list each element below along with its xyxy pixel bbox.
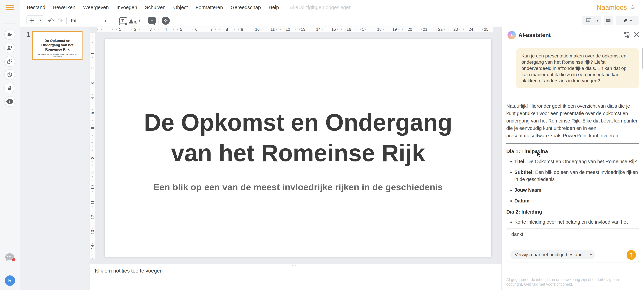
slide-number: 1 (26, 31, 30, 38)
insert-textbox-button[interactable]: T (120, 17, 126, 24)
thumbnail-subtitle: Een blik op een van de meest invloedrijk… (33, 54, 82, 57)
user-avatar[interactable]: R (5, 275, 15, 286)
hruler-number: 25 (483, 27, 489, 32)
menu-item-formatteren[interactable]: Formatteren (196, 5, 223, 10)
zoom-caret-icon[interactable]: ▾ (104, 15, 106, 27)
history-button[interactable] (4, 69, 15, 80)
hruler-number: 19 (392, 27, 398, 32)
ai-chat-history[interactable]: Kun je een presentatie maken over de opk… (502, 43, 644, 228)
slide-subtitle[interactable]: Een blik op een van de meest invloedrijk… (105, 182, 492, 192)
undo-button[interactable]: ↶ (48, 15, 54, 27)
vruler-number: 5 (90, 111, 95, 115)
hruler-number: 4 (164, 27, 168, 32)
document-title[interactable]: Naamloos (597, 4, 627, 11)
vruler-number: 4 (90, 96, 95, 100)
present-button[interactable]: ▾ (582, 16, 601, 25)
hruler-number: 3 (148, 27, 152, 32)
rotate-icon: ↻ (134, 20, 138, 26)
sparkle-icon (163, 18, 168, 23)
menu-item-invoegen[interactable]: Invoegen (116, 5, 137, 10)
hruler-number: 2 (133, 27, 137, 32)
slide-thumbnail-1[interactable]: De Opkomst en Ondergang van het Romeinse… (32, 31, 82, 60)
info-icon: i (6, 99, 13, 104)
hruler-number: 1 (118, 27, 122, 32)
redo-button[interactable]: ↷ (58, 15, 64, 27)
ai-bullet: Jouw Naam (514, 187, 639, 194)
ai-prompt-input[interactable]: dank! (511, 231, 604, 249)
zoom-select[interactable]: Fit (71, 15, 95, 27)
share-users-button[interactable] (4, 43, 15, 53)
notes-placeholder[interactable]: Klik om notities toe te voegen (95, 268, 163, 274)
toolbar-separator (158, 18, 158, 24)
presentation-play-icon (585, 18, 591, 24)
top-menu-bar: BestandBewerkenWeergevenInvoegenSchuiven… (20, 0, 644, 15)
assistant-message: Natuurlijk! Hieronder geef ik een overzi… (506, 102, 639, 139)
vruler-number: 3 (90, 81, 95, 86)
insert-shape-button[interactable]: ▲ ↻ (129, 17, 137, 25)
menu-item-bewerken[interactable]: Bewerken (53, 5, 75, 10)
ai-assistant-toolbar-button[interactable] (162, 17, 170, 25)
notes-view-button[interactable] (604, 16, 613, 25)
plus-icon: + (27, 16, 37, 25)
expand-arrows-icon (623, 18, 628, 24)
chat-scrollbar-thumb[interactable] (642, 48, 643, 69)
close-icon[interactable]: × (632, 29, 641, 40)
context-caret-icon[interactable]: ▾ (587, 253, 595, 257)
send-button[interactable]: ↑ (626, 250, 636, 260)
hruler-number: 9 (240, 27, 244, 32)
ai-input-box[interactable]: dank! Verwijs naar het huidige bestand ▾… (507, 228, 639, 262)
menu-item-schuiven[interactable]: Schuiven (145, 5, 166, 10)
horizontal-ruler[interactable]: 1234567891011121314151617181920212223242… (97, 27, 493, 32)
ai-panel-header: AI-assistent × (502, 27, 644, 43)
slide-title[interactable]: De Opkomst en Ondergang van het Romeinse… (105, 107, 492, 168)
vruler-number: 13 (90, 230, 95, 235)
context-reference-dropdown[interactable]: Verwijs naar het huidige bestand ▾ (510, 250, 595, 259)
vruler-number: 2 (90, 66, 95, 71)
vruler-number: 11 (90, 200, 95, 205)
slide-panel: 1 De Opkomst en Ondergang van het Romein… (20, 27, 90, 290)
tags-button[interactable] (4, 29, 15, 40)
menu-item-bestand[interactable]: Bestand (27, 5, 45, 10)
message-divider (506, 143, 639, 144)
link-button[interactable] (4, 56, 15, 67)
hruler-number: 12 (284, 27, 291, 32)
menu-item-help[interactable]: Help (268, 5, 279, 10)
hruler-number: 13 (300, 27, 306, 32)
add-slide-button[interactable]: + ▾ (26, 16, 44, 25)
hruler-number: 10 (254, 27, 260, 32)
hruler-number: 11 (270, 27, 276, 32)
slide-canvas[interactable]: De Opkomst en Ondergang van het Romeinse… (105, 39, 492, 257)
lock-button[interactable] (4, 83, 15, 93)
hamburger-menu-icon[interactable] (6, 5, 14, 11)
info-button[interactable]: i (4, 96, 15, 107)
hruler-number: 14 (315, 27, 322, 32)
feedback-chat-icon[interactable] (5, 253, 14, 260)
present-caret-icon[interactable]: ▾ (594, 16, 601, 25)
thumbnail-title: De Opkomst en Ondergang van het Romeinse… (33, 39, 82, 52)
ai-section-bullets: Korte inleiding over het belang en de in… (506, 218, 639, 225)
menu-item-weergeven[interactable]: Weergeven (83, 5, 109, 10)
textbox-t-icon: T (122, 18, 124, 23)
add-comment-button[interactable]: + (148, 17, 156, 24)
chevron-down-icon[interactable]: ▾ (37, 16, 44, 25)
menu-item-object[interactable]: Object (173, 5, 188, 10)
ai-bullet: Korte inleiding over het belang en de in… (514, 218, 639, 225)
clear-history-button[interactable] (623, 31, 630, 39)
ai-assistant-panel: AI-assistent × Kun je een presentatie ma… (502, 27, 644, 290)
notes-resize-handle[interactable]: • • • (292, 264, 299, 267)
vertical-ruler[interactable]: 1234567891011121314 (90, 33, 95, 259)
expand-caret-icon[interactable]: ▾ (630, 19, 632, 23)
assistant-outline: Dia 1: TitelpaginaTitel: De Opkomst en O… (506, 149, 639, 225)
hruler-number: 23 (452, 27, 459, 32)
left-rail: i R (0, 0, 20, 290)
hruler-number: 8 (225, 27, 229, 32)
shape-caret-icon[interactable]: ▾ (138, 15, 140, 27)
hruler-number: 6 (194, 27, 198, 32)
notes-area[interactable]: • • • Klik om notities toe te voegen (90, 264, 502, 290)
menu-item-gereedschap[interactable]: Gereedschap (230, 5, 261, 10)
favorite-star-icon[interactable]: ☆ (630, 4, 635, 11)
vruler-number: 12 (90, 215, 95, 220)
hruler-number: 22 (437, 27, 444, 32)
fullscreen-button[interactable]: ▾ (616, 16, 639, 25)
ai-bullet: Datum (514, 197, 639, 204)
